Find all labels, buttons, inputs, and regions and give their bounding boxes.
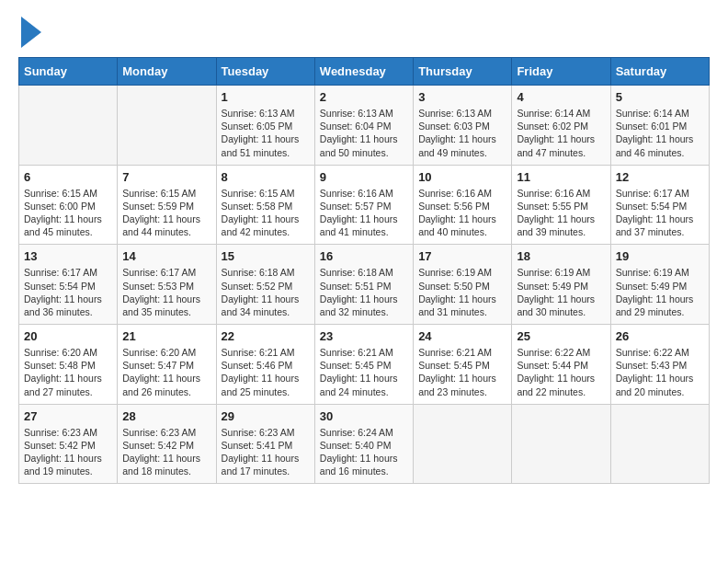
day-number: 11 (517, 170, 605, 184)
weekday-header-row: SundayMondayTuesdayWednesdayThursdayFrid… (19, 58, 710, 86)
cell-detail: Sunrise: 6:23 AM Sunset: 5:42 PM Dayligh… (24, 426, 112, 478)
calendar-cell: 22Sunrise: 6:21 AM Sunset: 5:46 PM Dayli… (216, 325, 314, 405)
cell-detail: Sunrise: 6:24 AM Sunset: 5:40 PM Dayligh… (320, 426, 408, 478)
cell-detail: Sunrise: 6:18 AM Sunset: 5:51 PM Dayligh… (320, 266, 408, 318)
calendar-table: SundayMondayTuesdayWednesdayThursdayFrid… (18, 57, 710, 484)
cell-detail: Sunrise: 6:22 AM Sunset: 5:44 PM Dayligh… (517, 346, 605, 398)
day-number: 7 (122, 170, 210, 184)
calendar-cell: 9Sunrise: 6:16 AM Sunset: 5:57 PM Daylig… (314, 165, 413, 245)
day-number: 22 (222, 329, 310, 343)
calendar-week-row: 20Sunrise: 6:20 AM Sunset: 5:48 PM Dayli… (19, 325, 710, 405)
day-number: 9 (320, 170, 408, 184)
calendar-week-row: 1Sunrise: 6:13 AM Sunset: 6:05 PM Daylig… (19, 86, 710, 166)
cell-detail: Sunrise: 6:14 AM Sunset: 6:02 PM Dayligh… (517, 107, 605, 159)
calendar-cell: 5Sunrise: 6:14 AM Sunset: 6:01 PM Daylig… (610, 86, 709, 166)
day-number: 12 (616, 170, 704, 184)
cell-detail: Sunrise: 6:21 AM Sunset: 5:45 PM Dayligh… (320, 346, 408, 398)
calendar-cell: 7Sunrise: 6:15 AM Sunset: 5:59 PM Daylig… (118, 165, 216, 245)
cell-detail: Sunrise: 6:21 AM Sunset: 5:45 PM Dayligh… (418, 346, 506, 398)
cell-detail: Sunrise: 6:19 AM Sunset: 5:49 PM Dayligh… (616, 266, 704, 318)
cell-detail: Sunrise: 6:18 AM Sunset: 5:52 PM Dayligh… (222, 266, 310, 318)
calendar-cell: 23Sunrise: 6:21 AM Sunset: 5:45 PM Dayli… (314, 325, 413, 405)
cell-detail: Sunrise: 6:15 AM Sunset: 5:58 PM Dayligh… (222, 187, 310, 239)
calendar-week-row: 6Sunrise: 6:15 AM Sunset: 6:00 PM Daylig… (19, 165, 710, 245)
cell-detail: Sunrise: 6:20 AM Sunset: 5:48 PM Dayligh… (24, 346, 112, 398)
day-number: 27 (24, 409, 112, 423)
day-number: 29 (222, 409, 310, 423)
day-number: 17 (418, 249, 506, 263)
calendar-cell: 18Sunrise: 6:19 AM Sunset: 5:49 PM Dayli… (512, 245, 610, 325)
cell-detail: Sunrise: 6:16 AM Sunset: 5:57 PM Dayligh… (320, 187, 408, 239)
weekday-header-thursday: Thursday (414, 58, 512, 86)
day-number: 23 (320, 329, 408, 343)
calendar-cell: 19Sunrise: 6:19 AM Sunset: 5:49 PM Dayli… (610, 245, 709, 325)
day-number: 21 (122, 329, 210, 343)
cell-detail: Sunrise: 6:22 AM Sunset: 5:43 PM Dayligh… (616, 346, 704, 398)
cell-detail: Sunrise: 6:17 AM Sunset: 5:53 PM Dayligh… (122, 266, 210, 318)
calendar-cell: 2Sunrise: 6:13 AM Sunset: 6:04 PM Daylig… (314, 86, 413, 166)
cell-detail: Sunrise: 6:21 AM Sunset: 5:46 PM Dayligh… (222, 346, 310, 398)
cell-detail: Sunrise: 6:19 AM Sunset: 5:49 PM Dayligh… (517, 266, 605, 318)
calendar-cell: 13Sunrise: 6:17 AM Sunset: 5:54 PM Dayli… (19, 245, 118, 325)
calendar-cell (610, 404, 709, 484)
calendar-cell: 10Sunrise: 6:16 AM Sunset: 5:56 PM Dayli… (414, 165, 512, 245)
cell-detail: Sunrise: 6:13 AM Sunset: 6:04 PM Dayligh… (320, 107, 408, 159)
calendar-cell: 20Sunrise: 6:20 AM Sunset: 5:48 PM Dayli… (19, 325, 118, 405)
logo-arrow-icon (21, 17, 41, 48)
calendar-cell: 29Sunrise: 6:23 AM Sunset: 5:41 PM Dayli… (216, 404, 314, 484)
day-number: 8 (222, 170, 310, 184)
day-number: 18 (517, 249, 605, 263)
day-number: 25 (517, 329, 605, 343)
cell-detail: Sunrise: 6:16 AM Sunset: 5:55 PM Dayligh… (517, 187, 605, 239)
calendar-cell: 8Sunrise: 6:15 AM Sunset: 5:58 PM Daylig… (216, 165, 314, 245)
calendar-week-row: 13Sunrise: 6:17 AM Sunset: 5:54 PM Dayli… (19, 245, 710, 325)
day-number: 30 (320, 409, 408, 423)
day-number: 16 (320, 249, 408, 263)
calendar-cell: 12Sunrise: 6:17 AM Sunset: 5:54 PM Dayli… (610, 165, 709, 245)
day-number: 14 (122, 249, 210, 263)
calendar-cell: 11Sunrise: 6:16 AM Sunset: 5:55 PM Dayli… (512, 165, 610, 245)
cell-detail: Sunrise: 6:23 AM Sunset: 5:41 PM Dayligh… (222, 426, 310, 478)
calendar-cell: 14Sunrise: 6:17 AM Sunset: 5:53 PM Dayli… (118, 245, 216, 325)
weekday-header-monday: Monday (118, 58, 216, 86)
calendar-cell: 28Sunrise: 6:23 AM Sunset: 5:42 PM Dayli… (118, 404, 216, 484)
day-number: 24 (418, 329, 506, 343)
day-number: 15 (222, 249, 310, 263)
weekday-header-sunday: Sunday (19, 58, 118, 86)
cell-detail: Sunrise: 6:13 AM Sunset: 6:03 PM Dayligh… (418, 107, 506, 159)
calendar-cell: 16Sunrise: 6:18 AM Sunset: 5:51 PM Dayli… (314, 245, 413, 325)
calendar-cell (118, 86, 216, 166)
calendar-cell (512, 404, 610, 484)
calendar-cell (414, 404, 512, 484)
cell-detail: Sunrise: 6:15 AM Sunset: 6:00 PM Dayligh… (24, 187, 112, 239)
weekday-header-friday: Friday (512, 58, 610, 86)
day-number: 20 (24, 329, 112, 343)
cell-detail: Sunrise: 6:23 AM Sunset: 5:42 PM Dayligh… (122, 426, 210, 478)
day-number: 28 (122, 409, 210, 423)
day-number: 10 (418, 170, 506, 184)
calendar-cell (19, 86, 118, 166)
cell-detail: Sunrise: 6:17 AM Sunset: 5:54 PM Dayligh… (616, 187, 704, 239)
day-number: 1 (222, 90, 310, 104)
calendar-cell: 24Sunrise: 6:21 AM Sunset: 5:45 PM Dayli… (414, 325, 512, 405)
calendar-cell: 30Sunrise: 6:24 AM Sunset: 5:40 PM Dayli… (314, 404, 413, 484)
cell-detail: Sunrise: 6:16 AM Sunset: 5:56 PM Dayligh… (418, 187, 506, 239)
calendar-week-row: 27Sunrise: 6:23 AM Sunset: 5:42 PM Dayli… (19, 404, 710, 484)
svg-marker-0 (21, 17, 41, 48)
day-number: 6 (24, 170, 112, 184)
weekday-header-wednesday: Wednesday (314, 58, 413, 86)
cell-detail: Sunrise: 6:15 AM Sunset: 5:59 PM Dayligh… (122, 187, 210, 239)
day-number: 5 (616, 90, 704, 104)
calendar-cell: 4Sunrise: 6:14 AM Sunset: 6:02 PM Daylig… (512, 86, 610, 166)
day-number: 26 (616, 329, 704, 343)
day-number: 3 (418, 90, 506, 104)
day-number: 4 (517, 90, 605, 104)
day-number: 13 (24, 249, 112, 263)
day-number: 19 (616, 249, 704, 263)
calendar-cell: 17Sunrise: 6:19 AM Sunset: 5:50 PM Dayli… (414, 245, 512, 325)
calendar-cell: 6Sunrise: 6:15 AM Sunset: 6:00 PM Daylig… (19, 165, 118, 245)
cell-detail: Sunrise: 6:20 AM Sunset: 5:47 PM Dayligh… (122, 346, 210, 398)
calendar-cell: 26Sunrise: 6:22 AM Sunset: 5:43 PM Dayli… (610, 325, 709, 405)
calendar-cell: 25Sunrise: 6:22 AM Sunset: 5:44 PM Dayli… (512, 325, 610, 405)
calendar-cell: 1Sunrise: 6:13 AM Sunset: 6:05 PM Daylig… (216, 86, 314, 166)
